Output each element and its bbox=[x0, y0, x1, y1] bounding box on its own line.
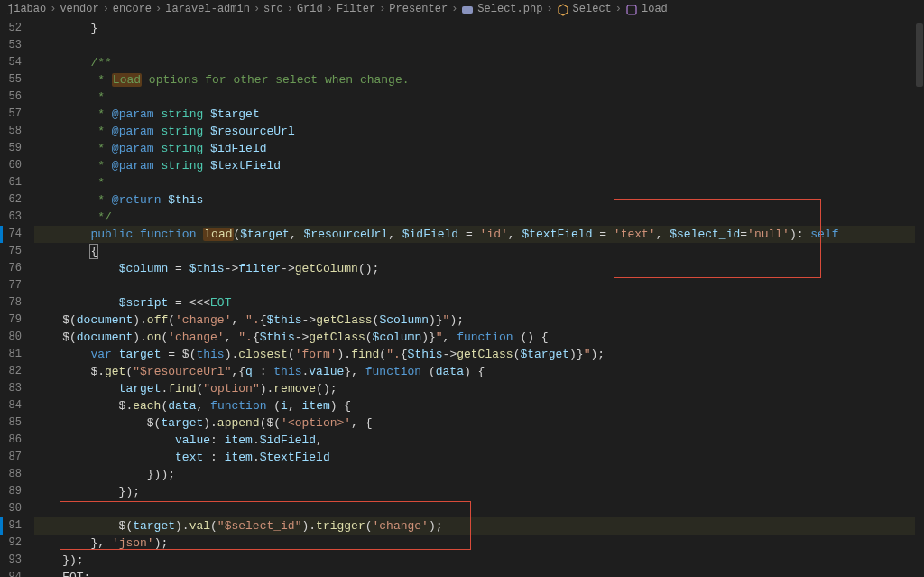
code-line[interactable]: * @return $this bbox=[34, 191, 915, 209]
class-icon bbox=[557, 4, 569, 16]
code-line[interactable]: /** bbox=[34, 54, 915, 71]
code-line[interactable] bbox=[34, 37, 915, 54]
code-line[interactable]: $.get("$resourceUrl",{q : this.value}, f… bbox=[34, 363, 915, 380]
code-editor[interactable]: 5253545556575859606162637475767778798081… bbox=[0, 20, 924, 577]
breadcrumb-item[interactable]: Filter bbox=[337, 1, 375, 18]
code-line[interactable]: }, 'json'); bbox=[34, 535, 915, 552]
code-line[interactable] bbox=[34, 500, 915, 517]
code-line[interactable]: })); bbox=[34, 466, 915, 483]
code-line[interactable]: $(document).on('change', ".{$this->getCl… bbox=[34, 329, 915, 346]
method-icon bbox=[625, 4, 638, 16]
code-line[interactable]: * @param string $textField bbox=[34, 157, 915, 174]
chevron-right-icon: › bbox=[451, 1, 457, 18]
breadcrumb-item[interactable]: Grid bbox=[297, 1, 323, 18]
svg-rect-1 bbox=[627, 5, 636, 14]
code-line[interactable]: text : item.$textField bbox=[34, 449, 915, 466]
code-line[interactable]: * bbox=[34, 88, 915, 106]
svg-rect-0 bbox=[462, 6, 473, 14]
code-line[interactable]: * @param string $resourceUrl bbox=[34, 123, 915, 140]
chevron-right-icon: › bbox=[254, 1, 260, 18]
code-line[interactable]: $.each(data, function (i, item) { bbox=[34, 397, 915, 414]
code-line[interactable]: $(document).off('change', ".{$this->getC… bbox=[34, 312, 915, 329]
code-line[interactable]: * bbox=[34, 174, 915, 191]
code-line[interactable] bbox=[34, 277, 915, 294]
code-line[interactable]: EOT; bbox=[34, 569, 915, 577]
php-file-icon bbox=[461, 4, 474, 16]
code-line[interactable]: * @param string $target bbox=[34, 106, 915, 123]
code-line[interactable]: value: item.$idField, bbox=[34, 432, 915, 449]
scrollbar[interactable] bbox=[915, 20, 924, 577]
code-line[interactable]: var target = $(this).closest('form').fin… bbox=[34, 346, 915, 363]
breadcrumb-item[interactable]: laravel-admin bbox=[165, 1, 250, 18]
breadcrumb-item-file[interactable]: Select.php bbox=[461, 1, 542, 18]
code-line[interactable]: }); bbox=[34, 483, 915, 500]
code-line[interactable]: * Load options for other select when cha… bbox=[34, 71, 915, 88]
breadcrumb-item[interactable]: src bbox=[263, 1, 283, 18]
code-line[interactable]: target.find("option").remove(); bbox=[34, 380, 915, 397]
breadcrumb-item[interactable]: encore bbox=[113, 1, 152, 18]
chevron-right-icon: › bbox=[546, 1, 552, 18]
code-line[interactable]: } bbox=[34, 20, 915, 37]
code-line[interactable]: { bbox=[34, 243, 915, 260]
breadcrumb-item-class[interactable]: Select bbox=[557, 1, 612, 18]
code-line[interactable]: $(target).val("$select_id").trigger('cha… bbox=[34, 517, 915, 535]
code-line[interactable]: $column = $this->filter->getColumn(); bbox=[34, 260, 915, 277]
breadcrumb-item[interactable]: Presenter bbox=[389, 1, 448, 18]
code-line[interactable]: * @param string $idField bbox=[34, 140, 915, 157]
code-line[interactable]: }); bbox=[34, 552, 915, 569]
code-line[interactable]: $script = <<<EOT bbox=[34, 294, 915, 312]
code-area[interactable]: } /** * Load options for other select wh… bbox=[25, 20, 915, 577]
chevron-right-icon: › bbox=[379, 1, 385, 18]
breadcrumb-item-method[interactable]: load bbox=[625, 1, 668, 18]
breadcrumb[interactable]: jiabao › vendor › encore › laravel-admin… bbox=[0, 0, 924, 20]
scrollbar-thumb[interactable] bbox=[916, 23, 923, 87]
breadcrumb-item[interactable]: jiabao bbox=[7, 1, 46, 18]
chevron-right-icon: › bbox=[50, 1, 56, 18]
breadcrumb-item[interactable]: vendor bbox=[60, 1, 98, 18]
code-line[interactable]: */ bbox=[34, 209, 915, 226]
chevron-right-icon: › bbox=[327, 1, 333, 18]
code-line[interactable]: $(target).append($('<option>', { bbox=[34, 414, 915, 432]
chevron-right-icon: › bbox=[615, 1, 622, 18]
chevron-right-icon: › bbox=[155, 1, 162, 18]
chevron-right-icon: › bbox=[103, 1, 109, 18]
code-line[interactable]: public function load($target, $resourceU… bbox=[34, 226, 915, 243]
line-number-gutter: 5253545556575859606162637475767778798081… bbox=[0, 20, 25, 577]
chevron-right-icon: › bbox=[287, 1, 293, 18]
